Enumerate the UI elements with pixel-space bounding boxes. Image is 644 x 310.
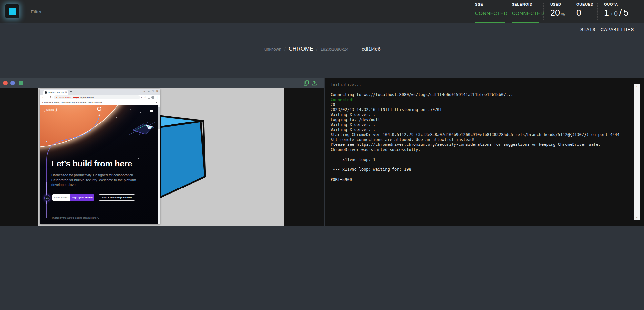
- sse-status: SSE CONNECTED: [475, 2, 508, 16]
- back-icon[interactable]: ←: [42, 96, 45, 99]
- trusted-by-text: Trusted by the world’s leading organizat…: [52, 217, 99, 219]
- hamburger-menu-icon[interactable]: [150, 109, 153, 113]
- log-lines: Initialize... Connecting to ws://localho…: [331, 82, 626, 182]
- quota-pending: 0: [614, 10, 618, 17]
- window-maximize-icon[interactable]: □: [152, 90, 153, 93]
- separator-slash: /: [316, 46, 318, 52]
- new-tab-icon[interactable]: +: [70, 90, 72, 93]
- omnibox-divider: |: [72, 96, 72, 99]
- session-resolution: 1920x1080x24: [320, 47, 348, 52]
- sse-connected-underline: [475, 22, 505, 23]
- log-line: 20: [331, 102, 626, 107]
- minimize-traffic-light[interactable]: [10, 81, 15, 85]
- log-line: ChromeDriver was started successfully.: [331, 147, 626, 152]
- github-page: Sign up Let’s build from here Harnessed …: [40, 105, 160, 224]
- upload-icon[interactable]: [312, 80, 317, 86]
- address-bar[interactable]: ▲ Not secure | https://github.com: [54, 95, 140, 99]
- email-field[interactable]: [52, 194, 70, 201]
- tab-close-icon[interactable]: ✕: [65, 91, 67, 94]
- selenoid-status: SELENOID CONNECTED: [512, 2, 544, 16]
- browser-scrollbar-thumb[interactable]: [158, 107, 160, 129]
- sse-value: CONNECTED: [475, 11, 508, 16]
- share-icon[interactable]: <: [141, 96, 143, 99]
- trajectory-dot: [46, 141, 47, 142]
- github-hero-heading: Let’s build from here: [51, 159, 132, 169]
- reload-icon[interactable]: ↻: [50, 96, 53, 99]
- quota-slash: /: [619, 8, 622, 18]
- used-label: USED: [550, 2, 565, 6]
- quota-stat: QUOTA 1 + 0 / 5: [604, 2, 628, 18]
- chrome-menu-icon[interactable]: ⋮: [156, 96, 158, 99]
- infobar-close-icon[interactable]: ✕: [155, 101, 158, 104]
- not-secure-label: Not secure: [59, 96, 71, 99]
- github-hero-subheading: Harnessed for productivity. Designed for…: [51, 173, 150, 187]
- window-chevron-icon[interactable]: ⌄: [143, 90, 145, 93]
- code-badge: <>: [44, 195, 50, 201]
- signup-for-github-button[interactable]: Sign up for GitHub: [70, 194, 94, 201]
- log-line: [331, 172, 626, 177]
- profile-avatar[interactable]: [151, 96, 154, 99]
- bookmark-star-icon[interactable]: ☆: [144, 96, 146, 99]
- close-traffic-light[interactable]: [3, 81, 8, 85]
- chrome-toolbar: ← → ↻ ▲ Not secure | https://github.com …: [40, 95, 160, 100]
- session-id-link[interactable]: cdf1f4e6: [362, 46, 381, 52]
- log-line: Waiting X server...: [331, 122, 626, 127]
- quota-used: 1: [604, 8, 609, 18]
- log-line: PORT=5900: [331, 177, 626, 182]
- divider: [597, 3, 598, 20]
- url-scheme: https: [73, 96, 79, 99]
- view-tabs: STATS CAPABILITIES: [580, 27, 634, 32]
- selenoid-ui-app: SSE CONNECTED SELENOID CONNECTED USED 20…: [0, 0, 644, 310]
- app-logo-icon[interactable]: [5, 4, 19, 18]
- log-line: Connected!: [331, 98, 626, 102]
- log-line: [331, 152, 626, 157]
- session-log-panel: Initialize... Connecting to ws://localho…: [325, 78, 644, 226]
- used-stat: USED 20 %: [550, 2, 565, 18]
- github-signup-button[interactable]: Sign up: [44, 108, 57, 112]
- automation-infobar-text: Chrome is being controlled by automated …: [42, 101, 155, 104]
- github-logo-icon: [97, 107, 101, 111]
- log-line: --- x11vnc loop: waiting for: 198: [331, 167, 626, 172]
- queued-label: QUEUED: [576, 2, 594, 6]
- spacecraft-graphic: [128, 122, 155, 136]
- scroll-up-icon[interactable]: ▲: [634, 84, 640, 89]
- automation-infobar: Chrome is being controlled by automated …: [40, 100, 160, 105]
- chrome-tab[interactable]: GitHub: Let’s build from he ✕: [43, 90, 68, 95]
- session-row-divider: [264, 55, 381, 55]
- session-row: unknown / CHROME / 1920x1080x24: [264, 44, 349, 54]
- log-line: Please see https://chromedriver.chromium…: [331, 142, 626, 147]
- vnc-screen[interactable]: GitHub: Let’s build from he ✕ + ⌄ – □ ✕ …: [38, 88, 284, 226]
- log-line: 2023/02/13 14:32:16 [INIT] [Listening on…: [331, 107, 626, 112]
- window-minimize-icon[interactable]: –: [148, 90, 149, 93]
- forward-icon[interactable]: →: [46, 96, 49, 99]
- tab-capabilities[interactable]: CAPABILITIES: [600, 27, 634, 32]
- fullscreen-traffic-light[interactable]: [19, 81, 23, 85]
- used-unit: %: [561, 12, 565, 17]
- log-line: Initialize...: [331, 82, 626, 87]
- copy-icon[interactable]: [303, 80, 309, 86]
- window-close-icon[interactable]: ✕: [156, 90, 158, 93]
- filter-input[interactable]: [31, 6, 169, 17]
- browser-scrollbar[interactable]: [158, 105, 160, 224]
- log-line: All remote connections are allowed. Use …: [331, 137, 626, 142]
- top-bar: SSE CONNECTED SELENOID CONNECTED USED 20…: [0, 0, 644, 23]
- separator-slash: /: [284, 46, 286, 52]
- remote-chrome-window: GitHub: Let’s build from he ✕ + ⌄ – □ ✕ …: [40, 89, 160, 224]
- log-line: Connecting to ws://localhost:8080/ws/log…: [331, 92, 626, 97]
- not-secure-warning-icon: ▲: [56, 96, 58, 98]
- log-line: [331, 87, 626, 92]
- selenoid-label: SELENOID: [512, 2, 544, 6]
- vnc-panel: GitHub: Let’s build from he ✕ + ⌄ – □ ✕ …: [0, 78, 324, 226]
- vnc-titlebar: [0, 78, 324, 88]
- log-scrollbar[interactable]: ▲ ▼: [634, 84, 640, 220]
- session-quota-user: unknown: [264, 47, 281, 52]
- quota-label: QUOTA: [604, 2, 628, 6]
- scroll-down-icon[interactable]: ▼: [634, 215, 640, 220]
- tab-stats[interactable]: STATS: [580, 27, 595, 32]
- profile-box-icon[interactable]: ▢: [148, 96, 150, 99]
- log-line: Logging to: /dev/null: [331, 117, 626, 122]
- github-favicon-icon: [45, 91, 47, 94]
- url-host: ://github.com: [80, 96, 94, 99]
- enterprise-trial-button[interactable]: Start a free enterprise trial ›: [99, 194, 135, 201]
- used-value: 20: [550, 8, 560, 18]
